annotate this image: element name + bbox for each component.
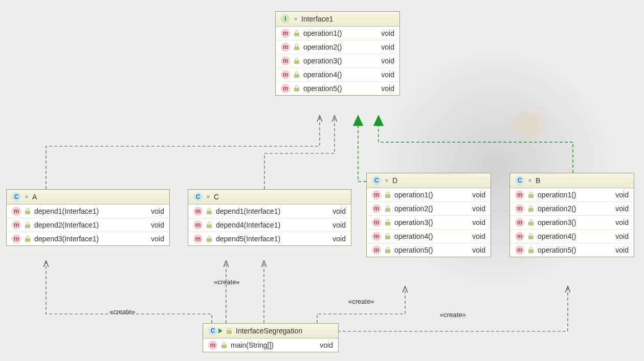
member-row[interactable]: moperation1()void: [510, 188, 634, 201]
visibility-marker-icon: [528, 179, 531, 182]
runnable-icon: [218, 328, 223, 333]
lock-icon: [528, 233, 534, 239]
member-row[interactable]: moperation5()void: [276, 81, 399, 95]
uml-header: C D: [367, 173, 491, 188]
lock-icon: [294, 30, 299, 36]
method-return-type: void: [462, 205, 485, 213]
method-icon: m: [281, 42, 290, 52]
method-return-type: void: [605, 218, 629, 227]
method-signature: operation2(): [538, 205, 601, 213]
uml-box-d[interactable]: C D moperation1()voidmoperation2()voidmo…: [366, 173, 491, 257]
class-icon: C: [372, 176, 381, 185]
method-icon: m: [12, 207, 21, 216]
method-signature: operation4(): [538, 232, 601, 240]
member-row[interactable]: moperation5()void: [367, 243, 491, 257]
method-signature: depend2(Interface1): [34, 221, 137, 229]
method-return-type: void: [141, 207, 164, 215]
member-row[interactable]: moperation2()void: [276, 40, 399, 54]
lock-icon: [25, 208, 30, 214]
class-name: InterfaceSegregation: [236, 327, 302, 335]
method-icon: m: [515, 245, 524, 255]
visibility-marker-icon: [207, 195, 210, 198]
method-signature: operation1(): [394, 191, 458, 199]
method-signature: operation1(): [303, 29, 367, 37]
lock-icon: [294, 72, 299, 78]
lock-icon: [294, 85, 299, 92]
method-return-type: void: [605, 232, 629, 240]
member-row[interactable]: moperation3()void: [367, 215, 491, 229]
member-row[interactable]: mmain(String[])void: [203, 339, 338, 352]
member-row[interactable]: moperation2()void: [510, 201, 634, 215]
method-return-type: void: [462, 218, 485, 227]
member-row[interactable]: moperation3()void: [510, 215, 634, 229]
method-signature: operation4(): [303, 71, 367, 79]
method-signature: operation1(): [538, 191, 601, 199]
bg-decoration: [506, 107, 552, 138]
method-icon: m: [515, 232, 524, 241]
lock-icon: [528, 192, 534, 198]
lock-icon: [294, 58, 299, 64]
method-icon: m: [281, 84, 290, 93]
lock-icon: [227, 328, 232, 334]
method-signature: operation3(): [394, 218, 458, 227]
method-icon: m: [193, 220, 203, 230]
member-row[interactable]: mdepend3(Interface1)void: [7, 232, 169, 245]
method-icon: m: [12, 220, 21, 230]
method-signature: operation4(): [394, 232, 458, 240]
member-row[interactable]: moperation1()void: [367, 188, 491, 201]
uml-box-interface1[interactable]: I Interface1 moperation1()voidmoperation…: [275, 11, 400, 96]
lock-icon: [25, 222, 30, 228]
uml-box-b[interactable]: C B moperation1()voidmoperation2()voidmo…: [509, 173, 634, 257]
member-row[interactable]: moperation1()void: [276, 27, 399, 40]
member-row[interactable]: mdepend1(Interface1)void: [7, 205, 169, 218]
uml-box-interface-segregation[interactable]: C InterfaceSegregation mmain(String[])vo…: [203, 323, 339, 352]
members-list: moperation1()voidmoperation2()voidmopera…: [367, 188, 491, 257]
member-row[interactable]: moperation4()void: [510, 229, 634, 243]
lock-icon: [528, 247, 534, 253]
class-icon: C: [515, 176, 524, 185]
lock-icon: [294, 44, 299, 50]
member-row[interactable]: moperation3()void: [276, 54, 399, 67]
member-row[interactable]: mdepend5(Interface1)void: [188, 232, 351, 245]
method-signature: operation3(): [538, 218, 601, 227]
member-row[interactable]: mdepend1(Interface1)void: [188, 205, 351, 218]
class-icon: C: [193, 192, 203, 201]
uml-box-a[interactable]: C A mdepend1(Interface1)voidmdepend2(Int…: [6, 189, 170, 246]
method-return-type: void: [462, 246, 485, 254]
class-icon: C: [208, 326, 217, 335]
member-row[interactable]: moperation2()void: [367, 201, 491, 215]
member-row[interactable]: moperation4()void: [276, 67, 399, 81]
method-signature: operation2(): [394, 205, 458, 213]
lock-icon: [207, 222, 212, 228]
members-list: moperation1()voidmoperation2()voidmopera…: [510, 188, 634, 257]
method-icon: m: [372, 190, 381, 199]
method-signature: main(String[]): [231, 341, 305, 349]
member-row[interactable]: mdepend2(Interface1)void: [7, 218, 169, 232]
member-row[interactable]: moperation5()void: [510, 243, 634, 257]
lock-icon: [385, 192, 390, 198]
uml-header: C InterfaceSegregation: [203, 324, 338, 339]
method-signature: operation3(): [303, 57, 367, 65]
method-return-type: void: [371, 71, 394, 79]
uml-box-c[interactable]: C C mdepend1(Interface1)voidmdepend4(Int…: [188, 189, 351, 246]
method-return-type: void: [141, 235, 164, 243]
method-icon: m: [281, 70, 290, 79]
lock-icon: [385, 247, 390, 253]
interface-icon: I: [281, 14, 290, 24]
lock-icon: [385, 219, 390, 225]
member-row[interactable]: moperation4()void: [367, 229, 491, 243]
method-icon: m: [372, 245, 381, 255]
method-signature: operation2(): [303, 43, 367, 51]
method-signature: operation5(): [538, 246, 601, 254]
visibility-marker-icon: [294, 17, 297, 20]
method-return-type: void: [605, 191, 629, 199]
create-label-a: «create»: [109, 308, 136, 315]
class-name: C: [214, 193, 219, 201]
method-icon: m: [193, 234, 203, 243]
lock-icon: [25, 236, 30, 242]
member-row[interactable]: mdepend4(Interface1)void: [188, 218, 351, 232]
uml-header: C C: [188, 190, 351, 205]
method-icon: m: [12, 234, 21, 243]
members-list: mdepend1(Interface1)voidmdepend4(Interfa…: [188, 205, 351, 245]
members-list: mmain(String[])void: [203, 339, 338, 352]
